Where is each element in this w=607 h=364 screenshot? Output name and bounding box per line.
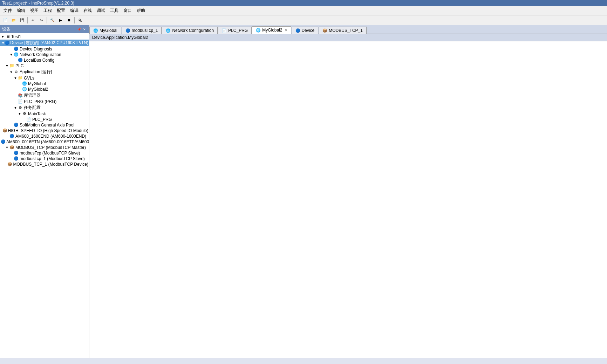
tab-icon-1: 🔵 (125, 28, 130, 33)
tree-label-modbustcp1: modbusTcp_1 (ModbusTCP Slave) (20, 156, 85, 161)
tree-arrow: ▼ (13, 106, 18, 110)
toolbar-btn-open[interactable]: 📂 (10, 16, 18, 24)
tree-icon-maintask: ⚙ (22, 111, 27, 116)
tree-item-myglobal2[interactable]: 🌐MyGlobal2 (0, 87, 89, 92)
left-panel-header-buttons: 📌 ✕ (76, 27, 87, 32)
left-panel: 设备 📌 ✕ ▼🖥Test1▼🔵Device [连接的] (AM402-CPU1… (0, 25, 89, 358)
toolbar-btn-undo[interactable]: ↩ (29, 16, 37, 24)
menu-item-配置[interactable]: 配置 (55, 7, 67, 14)
tree-label-softmotion: SoftMotion General Axis Pool (20, 123, 74, 128)
menu-item-编译[interactable]: 编译 (68, 7, 81, 14)
tab-label-1: modbusTcp_1 (132, 28, 158, 33)
tree-item-device-diag[interactable]: 🔵Device Diagnosis (0, 46, 89, 52)
tree-item-modbustcp[interactable]: 🔵modbusTcp (ModbusTCP Slave) (0, 150, 89, 156)
tree-label-device: Device [连接的] (AM402-CPU1608TP/TN) (10, 40, 88, 46)
toolbar-btn-redo[interactable]: ↪ (37, 16, 45, 24)
menu-item-编辑[interactable]: 编辑 (15, 7, 27, 14)
tree-label-modbustcp: modbusTcp (ModbusTCP Slave) (20, 151, 80, 156)
tree-item-localbus[interactable]: 🔵LocalBus Config (0, 57, 89, 63)
menu-item-窗口[interactable]: 窗口 (121, 7, 134, 14)
toolbar-btn-connect[interactable]: 🔌 (76, 16, 84, 24)
panel-pin-btn[interactable]: 📌 (76, 27, 81, 32)
menu-item-文件[interactable]: 文件 (1, 7, 14, 14)
tab-label-4: MyGlobal2 (262, 28, 282, 33)
toolbar-btn-run[interactable]: ▶ (57, 16, 64, 24)
tree-arrow: ▼ (1, 41, 5, 45)
tree-item-device[interactable]: ▼🔵Device [连接的] (AM402-CPU1608TP/TN) (0, 40, 89, 46)
tree-arrow: ▼ (18, 112, 22, 116)
tab-icon-4: 🌐 (256, 28, 261, 33)
toolbar-btn-new[interactable]: 📄 (1, 16, 9, 24)
toolbar-sep-2 (47, 17, 47, 23)
tree-item-netconfig[interactable]: ▼🌐Network Configuration (0, 52, 89, 57)
tree-icon-device: 🔵 (5, 41, 9, 46)
menu-item-帮助[interactable]: 帮助 (135, 7, 147, 14)
tree-item-maintask[interactable]: ▼⚙MainTask (0, 111, 89, 117)
tab-MyGlobal2[interactable]: 🌐MyGlobal2✕ (252, 26, 291, 34)
tab-label-2: Network Configuration (172, 28, 214, 33)
tree-arrow: ▼ (9, 70, 13, 74)
tab-PLC_PRG[interactable]: 📄PLC_PRG (218, 27, 252, 34)
tree-label-myglobal2: MyGlobal2 (28, 87, 48, 92)
tree-label-highspeed: HIGH_SPEED_IO (High Speed IO Module) (8, 128, 88, 133)
tab-icon-0: 🌐 (93, 28, 98, 33)
toolbar-btn-save[interactable]: 💾 (18, 16, 26, 24)
tab-Device[interactable]: 🔵Device (292, 27, 319, 34)
bottom-tab-bar (0, 358, 607, 364)
tree-item-gvls[interactable]: ▼📁GVLs (0, 75, 89, 81)
tree-icon-plcprg2: 📄 (26, 117, 32, 122)
tree-item-myglobal[interactable]: 🌐MyGlobal (0, 81, 89, 87)
tab-Network_Configuration[interactable]: 🌐Network Configuration (162, 27, 218, 34)
toolbar: 📄 📂 💾 ↩ ↪ 🔨 ▶ ⏹ 🔌 (0, 15, 607, 25)
tree-item-am600[interactable]: 🔵AM600_1600END (AM600-1600END) (0, 133, 89, 139)
tab-modbusTcp_1[interactable]: 🔵modbusTcp_1 (122, 27, 162, 34)
tree-label-device-diag: Device Diagnosis (20, 47, 52, 51)
tree-item-libmgr[interactable]: 📚库管理器 (0, 92, 89, 99)
main-layout: 设备 📌 ✕ ▼🖥Test1▼🔵Device [连接的] (AM402-CPU1… (0, 25, 607, 358)
tree-item-plcprg2[interactable]: 📄PLC_PRG (0, 117, 89, 122)
tree-icon-gvls: 📁 (18, 76, 23, 81)
toolbar-btn-stop[interactable]: ⏹ (65, 16, 73, 24)
menubar: 文件编辑视图工程配置编译在线调试工具窗口帮助 (0, 6, 607, 15)
table-area[interactable] (89, 41, 607, 358)
tree-icon-plcprg: 📄 (18, 99, 23, 104)
tree-item-softmotion[interactable]: 🔵SoftMotion General Axis Pool (0, 122, 89, 128)
tree-icon-device-diag: 🔵 (13, 47, 19, 51)
tab-icon-3: 📄 (222, 28, 227, 33)
tab-MODBUS_TCP_1[interactable]: 📦MODBUS_TCP_1 (319, 27, 367, 34)
tree-label-modbus_tcp1: MODBUS_TCP_1 (ModbusTCP Device) (13, 162, 88, 167)
tree-item-test1[interactable]: ▼🖥Test1 (0, 34, 89, 40)
tree-label-app: Application [运行] (20, 69, 52, 75)
tree-item-am600etn[interactable]: 🔵AM600_0016ETN (AM600-0016ETP/AM600-0... (0, 139, 89, 145)
menu-item-调试[interactable]: 调试 (95, 7, 107, 14)
tree-item-highspeed[interactable]: 📦HIGH_SPEED_IO (High Speed IO Module) (0, 128, 89, 133)
tree-icon-modbustcp1: 🔵 (13, 156, 19, 161)
tree-icon-plc: 📁 (9, 63, 15, 68)
tree-icon-libmgr: 📚 (18, 93, 23, 98)
tab-MyGlobal[interactable]: 🌐MyGlobal (89, 27, 121, 34)
tree-arrow: ▼ (1, 35, 5, 39)
toolbar-btn-build[interactable]: 🔨 (48, 16, 56, 24)
tree-arrow: ▼ (9, 53, 13, 56)
tree-icon-softmotion: 🔵 (13, 123, 19, 128)
panel-close-btn[interactable]: ✕ (82, 27, 87, 32)
tree-item-taskconfig[interactable]: ▼⚙任务配置 (0, 104, 89, 111)
tab-close-4[interactable]: ✕ (285, 28, 287, 32)
tree-label-plcprg: PLC_PRG (PRG) (24, 99, 56, 104)
tree-label-localbus: LocalBus Config (24, 58, 54, 63)
menu-item-视图[interactable]: 视图 (28, 7, 41, 14)
menu-item-工程[interactable]: 工程 (41, 7, 54, 14)
tree-icon-modbustcp: 🔵 (13, 151, 19, 156)
tree-item-modbustcp1[interactable]: 🔵modbusTcp_1 (ModbusTCP Slave) (0, 156, 89, 162)
menu-item-工具[interactable]: 工具 (108, 7, 121, 14)
tree-item-app[interactable]: ▼⚙Application [运行] (0, 69, 89, 75)
tree-item-modbus_tcp1[interactable]: 📦MODBUS_TCP_1 (ModbusTCP Device) (0, 162, 89, 167)
tree-arrow: ▼ (5, 146, 9, 149)
title-text: Test1.project* - InoProShop(V1.2.20.3) (2, 1, 74, 6)
tree-arrow: ▼ (5, 64, 9, 68)
menu-item-在线[interactable]: 在线 (81, 7, 94, 14)
tree-item-plcprg[interactable]: 📄PLC_PRG (PRG) (0, 99, 89, 104)
tree-item-plc[interactable]: ▼📁PLC (0, 63, 89, 69)
tree-item-modbus_tcp[interactable]: ▼📦MODBUS_TCP (ModbusTCP Master) (0, 145, 89, 150)
tree-label-modbus_tcp: MODBUS_TCP (ModbusTCP Master) (15, 145, 86, 150)
